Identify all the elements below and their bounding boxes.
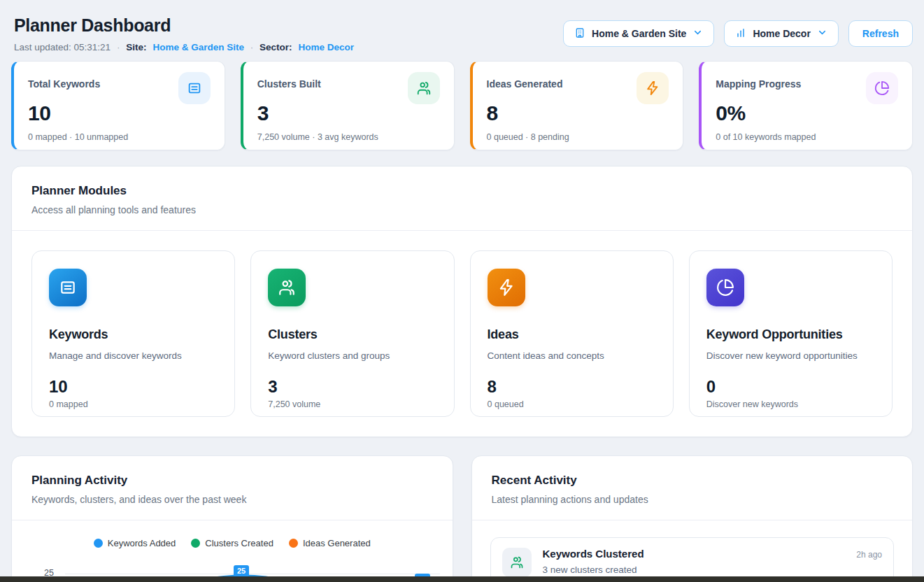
module-value: 3 <box>268 377 436 397</box>
legend-item-clusters-created: Clusters Created <box>191 538 273 548</box>
header-controls: Home & Garden Site Home Decor Refresh <box>563 15 913 47</box>
legend-dot-icon <box>191 539 200 548</box>
modules-section-subtitle: Access all planning tools and features <box>31 204 893 215</box>
module-value: 0 <box>706 377 875 397</box>
stat-subtitle: 7,250 volume · 3 avg keywords <box>257 132 440 142</box>
legend-dot-icon <box>94 539 103 548</box>
users-icon <box>502 548 532 577</box>
module-subtitle: 7,250 volume <box>268 399 436 409</box>
module-card-keyword-opportunities[interactable]: Keyword Opportunities Discover new keywo… <box>689 250 893 417</box>
pie-chart-icon <box>706 269 744 306</box>
stat-value: 10 <box>28 101 211 125</box>
module-description: Content ideas and concepts <box>488 350 656 361</box>
planning-activity-subtitle: Keywords, clusters, and ideas over the p… <box>31 494 433 505</box>
module-description: Discover new keyword opportunities <box>706 350 875 361</box>
module-subtitle: 0 queued <box>488 399 656 409</box>
sector-label: Sector: <box>260 42 292 52</box>
stat-subtitle: 0 queued · 8 pending <box>487 132 669 142</box>
module-title: Clusters <box>268 327 436 342</box>
modules-grid: Keywords Manage and discover keywords 10… <box>12 231 912 436</box>
module-subtitle: Discover new keywords <box>706 399 875 409</box>
planner-modules-panel: Planner Modules Access all planning tool… <box>11 166 913 437</box>
recent-activity-title: Recent Activity <box>492 474 893 488</box>
page-title: Planner Dashboard <box>14 15 354 36</box>
activity-description: 3 new clusters created <box>543 565 883 575</box>
stats-row: Total Keywords 10 0 mapped · 10 unmapped… <box>11 61 913 150</box>
legend-label: Keywords Added <box>108 538 176 548</box>
sector-selector-label: Home Decor <box>753 28 810 39</box>
chart-legend: Keywords Added Clusters Created Ideas Ge… <box>12 537 453 548</box>
site-label: Site: <box>126 42 146 52</box>
module-description: Manage and discover keywords <box>49 350 218 361</box>
module-subtitle: 0 mapped <box>49 399 218 409</box>
meta-separator: · <box>117 43 120 52</box>
site-selector-button[interactable]: Home & Garden Site <box>563 20 714 47</box>
activity-title: Keywords Clustered <box>543 548 644 560</box>
recent-activity-panel: Recent Activity Latest planning actions … <box>471 455 914 582</box>
stat-subtitle: 0 of 10 keywords mapped <box>716 132 898 142</box>
sector-link[interactable]: Home Decor <box>298 42 354 52</box>
bar-chart-icon <box>735 27 746 41</box>
module-title: Ideas <box>488 327 656 342</box>
stat-value: 0% <box>716 101 898 125</box>
modules-section-title: Planner Modules <box>31 184 893 198</box>
point-label-badge: 25 <box>234 565 249 577</box>
activity-time: 2h ago <box>856 550 882 560</box>
module-title: Keywords <box>49 327 218 342</box>
chevron-down-icon <box>817 27 827 40</box>
module-value: 8 <box>488 377 656 397</box>
module-card-clusters[interactable]: Clusters Keyword clusters and groups 3 7… <box>250 250 454 417</box>
stat-value: 3 <box>257 101 440 125</box>
legend-label: Clusters Created <box>205 538 273 548</box>
recent-activity-subtitle: Latest planning actions and updates <box>492 494 893 505</box>
module-title: Keyword Opportunities <box>706 327 875 342</box>
users-icon <box>408 72 440 104</box>
users-icon <box>268 269 306 306</box>
activity-item-keywords-clustered: Keywords Clustered 2h ago 3 new clusters… <box>490 537 895 582</box>
chevron-down-icon <box>692 27 703 40</box>
lightning-icon <box>488 269 525 306</box>
module-description: Keyword clusters and groups <box>268 350 436 361</box>
stat-card-clusters-built: Clusters Built 3 7,250 volume · 3 avg ke… <box>241 61 455 150</box>
site-selector-label: Home & Garden Site <box>592 28 686 39</box>
stat-label: Mapping Progress <box>716 78 801 90</box>
header-meta: Last updated: 05:31:21 · Site: Home & Ga… <box>14 42 354 52</box>
planning-activity-title: Planning Activity <box>31 474 433 488</box>
building-icon <box>574 27 585 41</box>
last-updated-text: Last updated: 05:31:21 <box>14 42 111 52</box>
planning-activity-panel: Planning Activity Keywords, clusters, an… <box>11 455 453 582</box>
taskbar-edge <box>0 576 924 582</box>
planner-dashboard-page: Planner Dashboard Last updated: 05:31:21… <box>0 0 924 582</box>
refresh-button[interactable]: Refresh <box>848 20 913 47</box>
stat-value: 8 <box>487 101 669 125</box>
stat-subtitle: 0 mapped · 10 unmapped <box>28 132 211 142</box>
module-value: 10 <box>49 377 218 397</box>
stat-card-mapping-progress: Mapping Progress 0% 0 of 10 keywords map… <box>699 61 913 150</box>
stat-card-total-keywords: Total Keywords 10 0 mapped · 10 unmapped <box>11 61 225 150</box>
legend-label: Ideas Generated <box>303 538 371 548</box>
legend-item-keywords-added: Keywords Added <box>94 538 176 548</box>
meta-separator: · <box>250 43 253 52</box>
stat-card-ideas-generated: Ideas Generated 8 0 queued · 8 pending <box>470 61 684 150</box>
activity-feed: Keywords Clustered 2h ago 3 new clusters… <box>472 520 913 582</box>
stat-label: Total Keywords <box>28 78 100 90</box>
stat-label: Clusters Built <box>257 78 321 90</box>
sector-selector-button[interactable]: Home Decor <box>724 20 838 47</box>
legend-item-ideas-generated: Ideas Generated <box>289 538 371 548</box>
lightning-icon <box>637 72 669 104</box>
document-icon <box>49 269 87 306</box>
site-link[interactable]: Home & Garden Site <box>152 42 244 52</box>
document-icon <box>178 72 211 104</box>
stat-label: Ideas Generated <box>487 78 563 90</box>
legend-dot-icon <box>289 539 298 548</box>
header-left: Planner Dashboard Last updated: 05:31:21… <box>11 15 354 52</box>
bottom-row: Planning Activity Keywords, clusters, an… <box>11 455 913 582</box>
pie-chart-icon <box>866 72 898 104</box>
page-header: Planner Dashboard Last updated: 05:31:21… <box>11 15 913 52</box>
module-card-ideas[interactable]: Ideas Content ideas and concepts 8 0 que… <box>470 250 674 417</box>
module-card-keywords[interactable]: Keywords Manage and discover keywords 10… <box>31 250 235 417</box>
